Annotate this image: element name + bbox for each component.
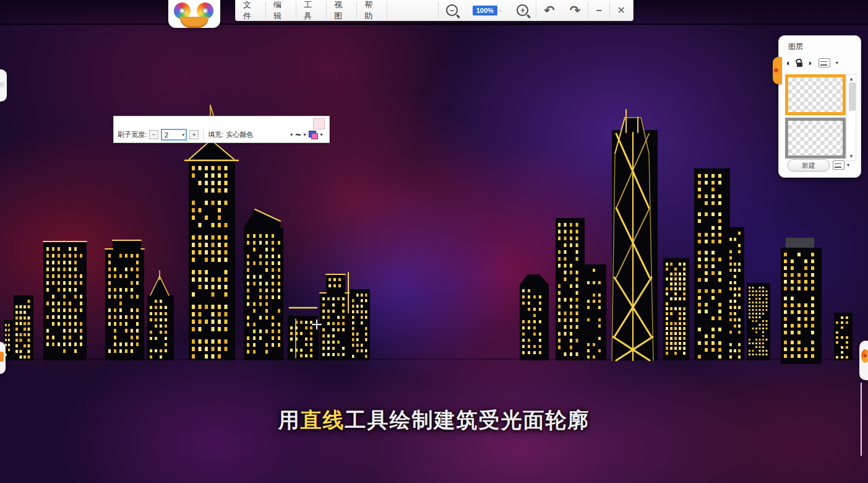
minimize-icon: − — [596, 5, 601, 16]
layers-panel-collapse-tab[interactable] — [773, 57, 782, 84]
redo-button[interactable]: ↷ — [562, 0, 588, 20]
scroll-up-icon[interactable]: ▲ — [849, 76, 854, 82]
layers-panel-title: 图层 — [788, 41, 803, 52]
zoom-level[interactable]: 100% · — [465, 0, 509, 20]
main-toolbar: 文件 编辑 工具 视图 帮助 − 100% · + ↶ ↷ − ✕ — [235, 0, 634, 21]
layer-visibility-icon[interactable]: ◐ — [786, 59, 791, 67]
width-dropdown-icon[interactable]: ▾ — [183, 133, 185, 137]
subtitle-segment: 用 — [278, 408, 301, 432]
layer-thumbnail-2[interactable] — [785, 118, 846, 159]
menu-tools[interactable]: 工具 — [296, 0, 326, 20]
curve-dropdown-icon[interactable]: ▾ — [303, 132, 306, 137]
line-tool-options-bar: 刷子宽度: − 2▾ + 填充: 实心颜色 ▾ ~ ▾ ▾ — [113, 116, 330, 143]
color-swatch[interactable] — [313, 118, 325, 129]
menu-edit[interactable]: 编辑 — [266, 0, 296, 20]
layers-options-dropdown-icon[interactable]: ▾ — [847, 162, 849, 168]
width-increase-button[interactable]: + — [189, 130, 199, 139]
layer-style-icon[interactable] — [309, 131, 318, 139]
undo-button[interactable]: ↶ — [536, 0, 562, 20]
menu-file[interactable]: 文件 — [236, 0, 265, 20]
scroll-down-icon[interactable]: ▼ — [849, 154, 854, 159]
tutorial-subtitle: 用直线工具绘制建筑受光面轮廓 — [0, 406, 868, 435]
zoom-in-icon: + — [517, 4, 528, 16]
close-button[interactable]: ✕ — [610, 0, 633, 20]
zoom-dropdown[interactable]: · — [499, 6, 502, 15]
options-separator — [203, 130, 204, 140]
fill-value[interactable]: 实心颜色 — [226, 130, 253, 139]
zoom-out-button[interactable]: − — [439, 0, 465, 20]
brush-width-label: 刷子宽度: — [118, 130, 147, 139]
mascot-mini-icon — [861, 349, 868, 363]
layer-lock-icon[interactable] — [797, 63, 802, 67]
width-decrease-button[interactable]: − — [149, 130, 158, 139]
mascot-smile-icon — [180, 17, 208, 28]
undo-icon: ↶ — [544, 4, 555, 17]
layer-thumbnail-1[interactable] — [785, 74, 846, 115]
layers-panel: 图层 ◐ ◗ ▾ ▲ ▼ 新建 ▾ — [778, 35, 861, 178]
menu-view[interactable]: 视图 — [327, 0, 356, 20]
close-icon: ✕ — [617, 4, 625, 16]
right-toolbox-collapse-tab[interactable] — [859, 341, 868, 380]
layer-menu-dropdown-icon[interactable]: ▾ — [836, 60, 838, 66]
app-mascot-logo — [168, 0, 220, 28]
subtitle-segment: 直线 — [301, 408, 345, 432]
zoom-value-badge: 100% — [473, 6, 497, 15]
left-panel-collapse-tab[interactable] — [0, 69, 7, 102]
new-layer-button[interactable]: 新建 — [788, 159, 830, 172]
zoom-out-icon: − — [446, 4, 458, 16]
mascot-spacer — [387, 0, 438, 20]
layer-style-dropdown-icon[interactable]: ▾ — [320, 132, 323, 137]
layers-scrollbar-thumb[interactable] — [849, 82, 856, 111]
subtitle-segment: 工具绘制建筑受光面轮廓 — [345, 408, 590, 432]
curve-style-icon[interactable]: ~ — [295, 129, 301, 141]
width-value-input[interactable]: 2▾ — [161, 129, 187, 141]
minimize-button[interactable]: − — [588, 0, 609, 20]
fill-dropdown-icon[interactable]: ▾ — [290, 132, 293, 137]
menu-help[interactable]: 帮助 — [357, 0, 387, 20]
layers-options-icon[interactable] — [833, 160, 844, 170]
left-toolbox-collapse-tab[interactable] — [0, 342, 6, 374]
zoom-in-button[interactable]: + — [509, 0, 536, 20]
layer-opacity-icon[interactable]: ◗ — [808, 59, 813, 67]
layer-menu-icon[interactable] — [819, 58, 830, 67]
fill-label: 填充: — [208, 130, 223, 139]
redo-icon: ↷ — [570, 4, 581, 17]
